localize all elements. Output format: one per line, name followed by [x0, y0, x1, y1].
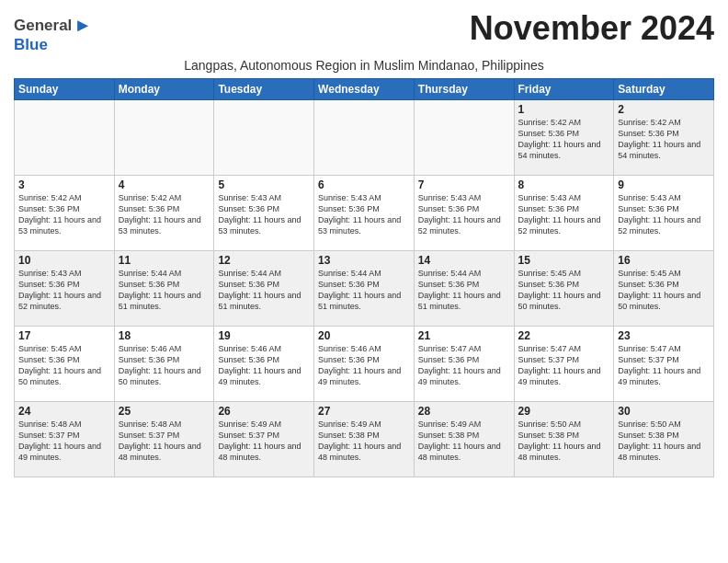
calendar-week-row: 24Sunrise: 5:48 AM Sunset: 5:37 PM Dayli…: [15, 402, 714, 477]
day-number: 27: [318, 405, 410, 418]
calendar-body: 1Sunrise: 5:42 AM Sunset: 5:36 PM Daylig…: [15, 100, 714, 477]
calendar-week-row: 10Sunrise: 5:43 AM Sunset: 5:36 PM Dayli…: [15, 251, 714, 327]
weekday-header-cell: Thursday: [414, 79, 514, 100]
weekday-header-cell: Saturday: [614, 79, 714, 100]
day-info: Sunrise: 5:44 AM Sunset: 5:36 PM Dayligh…: [418, 268, 510, 313]
day-info: Sunrise: 5:42 AM Sunset: 5:36 PM Dayligh…: [18, 192, 110, 237]
day-info: Sunrise: 5:44 AM Sunset: 5:36 PM Dayligh…: [218, 268, 310, 313]
weekday-header-cell: Wednesday: [314, 79, 415, 100]
day-number: 13: [318, 254, 410, 267]
day-number: 11: [119, 254, 210, 267]
day-number: 12: [218, 254, 310, 267]
calendar-day-cell: 3Sunrise: 5:42 AM Sunset: 5:36 PM Daylig…: [15, 176, 115, 251]
calendar-week-row: 3Sunrise: 5:42 AM Sunset: 5:36 PM Daylig…: [15, 176, 714, 251]
weekday-header-cell: Sunday: [15, 79, 115, 100]
calendar-day-cell: [15, 100, 115, 176]
calendar-day-cell: 8Sunrise: 5:43 AM Sunset: 5:36 PM Daylig…: [514, 176, 614, 251]
day-number: 22: [518, 329, 610, 342]
day-info: Sunrise: 5:47 AM Sunset: 5:37 PM Dayligh…: [518, 343, 610, 388]
day-info: Sunrise: 5:43 AM Sunset: 5:36 PM Dayligh…: [518, 192, 610, 237]
calendar-day-cell: 26Sunrise: 5:49 AM Sunset: 5:37 PM Dayli…: [214, 402, 314, 477]
calendar-day-cell: 10Sunrise: 5:43 AM Sunset: 5:36 PM Dayli…: [15, 251, 115, 327]
calendar-day-cell: 7Sunrise: 5:43 AM Sunset: 5:36 PM Daylig…: [414, 176, 514, 251]
day-info: Sunrise: 5:43 AM Sunset: 5:36 PM Dayligh…: [618, 192, 710, 237]
day-number: 28: [418, 405, 510, 418]
day-info: Sunrise: 5:46 AM Sunset: 5:36 PM Dayligh…: [119, 343, 210, 388]
day-info: Sunrise: 5:42 AM Sunset: 5:36 PM Dayligh…: [518, 117, 610, 162]
calendar-day-cell: 6Sunrise: 5:43 AM Sunset: 5:36 PM Daylig…: [314, 176, 415, 251]
day-number: 8: [518, 178, 610, 191]
calendar-day-cell: 27Sunrise: 5:49 AM Sunset: 5:38 PM Dayli…: [314, 402, 415, 477]
day-number: 21: [418, 329, 510, 342]
logo-blue: Blue: [14, 36, 48, 53]
weekday-header-cell: Friday: [514, 79, 614, 100]
day-info: Sunrise: 5:45 AM Sunset: 5:36 PM Dayligh…: [518, 268, 610, 313]
day-number: 19: [218, 329, 310, 342]
weekday-header-cell: Tuesday: [214, 79, 314, 100]
calendar-day-cell: 11Sunrise: 5:44 AM Sunset: 5:36 PM Dayli…: [114, 251, 214, 327]
day-info: Sunrise: 5:48 AM Sunset: 5:37 PM Dayligh…: [18, 419, 110, 464]
calendar-week-row: 1Sunrise: 5:42 AM Sunset: 5:36 PM Daylig…: [15, 100, 714, 176]
day-number: 20: [318, 329, 410, 342]
calendar-day-cell: [114, 100, 214, 176]
day-number: 6: [318, 178, 410, 191]
day-number: 5: [218, 178, 310, 191]
calendar-day-cell: 17Sunrise: 5:45 AM Sunset: 5:36 PM Dayli…: [15, 327, 115, 402]
calendar-day-cell: 25Sunrise: 5:48 AM Sunset: 5:37 PM Dayli…: [114, 402, 214, 477]
calendar-day-cell: 9Sunrise: 5:43 AM Sunset: 5:36 PM Daylig…: [614, 176, 714, 251]
calendar-day-cell: [414, 100, 514, 176]
day-number: 18: [119, 329, 210, 342]
day-info: Sunrise: 5:49 AM Sunset: 5:37 PM Dayligh…: [218, 419, 310, 464]
day-number: 1: [518, 103, 610, 116]
day-number: 24: [18, 405, 110, 418]
calendar-day-cell: 5Sunrise: 5:43 AM Sunset: 5:36 PM Daylig…: [214, 176, 314, 251]
calendar-table: SundayMondayTuesdayWednesdayThursdayFrid…: [14, 78, 714, 477]
calendar-day-cell: 29Sunrise: 5:50 AM Sunset: 5:38 PM Dayli…: [514, 402, 614, 477]
day-number: 4: [119, 178, 210, 191]
calendar-day-cell: 23Sunrise: 5:47 AM Sunset: 5:37 PM Dayli…: [614, 327, 714, 402]
day-info: Sunrise: 5:44 AM Sunset: 5:36 PM Dayligh…: [119, 268, 210, 313]
day-info: Sunrise: 5:46 AM Sunset: 5:36 PM Dayligh…: [218, 343, 310, 388]
calendar-day-cell: 21Sunrise: 5:47 AM Sunset: 5:36 PM Dayli…: [414, 327, 514, 402]
day-info: Sunrise: 5:44 AM Sunset: 5:36 PM Dayligh…: [318, 268, 410, 313]
weekday-header-cell: Monday: [114, 79, 214, 100]
day-info: Sunrise: 5:45 AM Sunset: 5:36 PM Dayligh…: [18, 343, 110, 388]
calendar-day-cell: [314, 100, 415, 176]
day-number: 26: [218, 405, 310, 418]
calendar-day-cell: 30Sunrise: 5:50 AM Sunset: 5:38 PM Dayli…: [614, 402, 714, 477]
day-number: 16: [618, 254, 710, 267]
day-number: 29: [518, 405, 610, 418]
calendar-day-cell: 4Sunrise: 5:42 AM Sunset: 5:36 PM Daylig…: [114, 176, 214, 251]
day-info: Sunrise: 5:46 AM Sunset: 5:36 PM Dayligh…: [318, 343, 410, 388]
month-title: November 2024: [470, 9, 714, 48]
calendar-day-cell: 28Sunrise: 5:49 AM Sunset: 5:38 PM Dayli…: [414, 402, 514, 477]
day-info: Sunrise: 5:49 AM Sunset: 5:38 PM Dayligh…: [318, 419, 410, 464]
day-info: Sunrise: 5:43 AM Sunset: 5:36 PM Dayligh…: [318, 192, 410, 237]
calendar-day-cell: 13Sunrise: 5:44 AM Sunset: 5:36 PM Dayli…: [314, 251, 415, 327]
day-info: Sunrise: 5:45 AM Sunset: 5:36 PM Dayligh…: [618, 268, 710, 313]
subtitle: Langpas, Autonomous Region in Muslim Min…: [14, 58, 714, 73]
day-info: Sunrise: 5:42 AM Sunset: 5:36 PM Dayligh…: [119, 192, 210, 237]
day-info: Sunrise: 5:50 AM Sunset: 5:38 PM Dayligh…: [618, 419, 710, 464]
calendar-day-cell: [214, 100, 314, 176]
calendar-day-cell: 2Sunrise: 5:42 AM Sunset: 5:36 PM Daylig…: [614, 100, 714, 176]
calendar-day-cell: 22Sunrise: 5:47 AM Sunset: 5:37 PM Dayli…: [514, 327, 614, 402]
day-info: Sunrise: 5:47 AM Sunset: 5:37 PM Dayligh…: [618, 343, 710, 388]
day-number: 15: [518, 254, 610, 267]
day-number: 25: [119, 405, 210, 418]
calendar-day-cell: 12Sunrise: 5:44 AM Sunset: 5:36 PM Dayli…: [214, 251, 314, 327]
calendar-week-row: 17Sunrise: 5:45 AM Sunset: 5:36 PM Dayli…: [15, 327, 714, 402]
day-info: Sunrise: 5:43 AM Sunset: 5:36 PM Dayligh…: [418, 192, 510, 237]
day-info: Sunrise: 5:47 AM Sunset: 5:36 PM Dayligh…: [418, 343, 510, 388]
day-number: 3: [18, 178, 110, 191]
day-number: 2: [618, 103, 710, 116]
day-info: Sunrise: 5:48 AM Sunset: 5:37 PM Dayligh…: [119, 419, 210, 464]
day-info: Sunrise: 5:43 AM Sunset: 5:36 PM Dayligh…: [18, 268, 110, 313]
calendar-day-cell: 16Sunrise: 5:45 AM Sunset: 5:36 PM Dayli…: [614, 251, 714, 327]
calendar-day-cell: 24Sunrise: 5:48 AM Sunset: 5:37 PM Dayli…: [15, 402, 115, 477]
day-number: 14: [418, 254, 510, 267]
calendar-day-cell: 1Sunrise: 5:42 AM Sunset: 5:36 PM Daylig…: [514, 100, 614, 176]
logo-bird-icon: ►: [74, 15, 92, 36]
day-number: 7: [418, 178, 510, 191]
day-info: Sunrise: 5:43 AM Sunset: 5:36 PM Dayligh…: [218, 192, 310, 237]
